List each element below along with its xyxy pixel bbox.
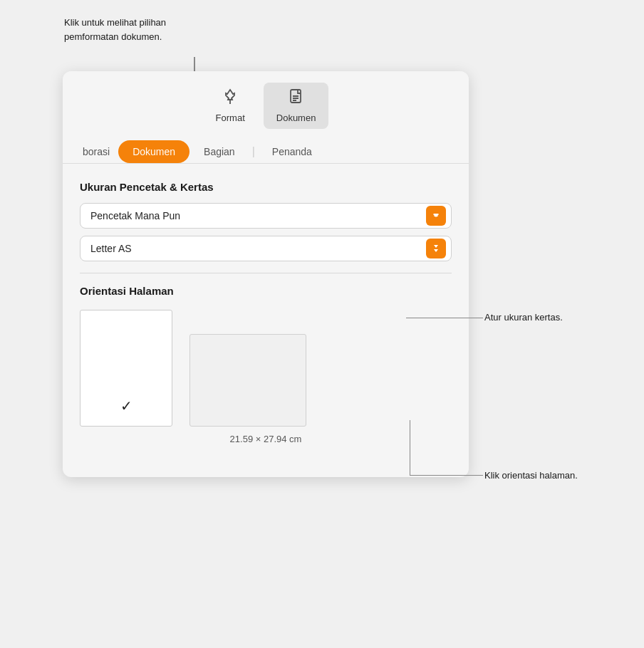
format-label: Format bbox=[216, 113, 245, 123]
paper-select[interactable]: Letter AS bbox=[80, 236, 452, 261]
format-button[interactable]: Format bbox=[203, 83, 258, 129]
tab-bagian[interactable]: Bagian bbox=[189, 140, 249, 163]
portrait-page: ✓ bbox=[80, 310, 172, 427]
document-panel: Format Dokumen borasi Dokumen Bagian | P… bbox=[63, 71, 469, 477]
orientation-callout-line-h bbox=[410, 475, 483, 476]
landscape-option[interactable] bbox=[189, 334, 306, 427]
dokumen-icon bbox=[288, 88, 305, 110]
partial-tab-label: borasi bbox=[74, 140, 118, 163]
paper-size-callout: Atur ukuran kertas. bbox=[484, 312, 563, 323]
dokumen-label: Dokumen bbox=[276, 113, 316, 123]
printer-select[interactable]: Pencetak Mana Pun bbox=[80, 203, 452, 229]
printer-paper-section: Ukuran Pencetak & Kertas Pencetak Mana P… bbox=[80, 181, 452, 261]
printer-paper-title: Ukuran Pencetak & Kertas bbox=[80, 181, 452, 193]
tab-divider: | bbox=[252, 145, 255, 158]
orientation-options: ✓ bbox=[80, 310, 452, 427]
orientation-title: Orientasi Halaman bbox=[80, 285, 452, 297]
panel-body: Ukuran Pencetak & Kertas Pencetak Mana P… bbox=[63, 164, 469, 456]
paper-size-callout-line bbox=[406, 318, 483, 318]
landscape-page bbox=[189, 334, 306, 427]
paper-dropdown-row: Letter AS bbox=[80, 236, 452, 261]
tabs-row: borasi Dokumen Bagian | Penanda bbox=[63, 136, 469, 164]
dokumen-button[interactable]: Dokumen bbox=[264, 83, 329, 129]
portrait-option[interactable]: ✓ bbox=[80, 310, 172, 427]
printer-dropdown-row: Pencetak Mana Pun bbox=[80, 203, 452, 229]
format-icon bbox=[222, 88, 239, 110]
orientation-section: Orientasi Halaman ✓ 21.59 × 27.94 cm bbox=[80, 285, 452, 444]
page-size-label: 21.59 × 27.94 cm bbox=[80, 434, 452, 444]
tab-penanda[interactable]: Penanda bbox=[258, 140, 326, 163]
panel-toolbar: Format Dokumen bbox=[63, 71, 469, 136]
portrait-checkmark: ✓ bbox=[120, 397, 133, 414]
tab-dokumen[interactable]: Dokumen bbox=[118, 140, 189, 163]
orientation-callout: Klik orientasi halaman. bbox=[484, 470, 578, 481]
section-divider bbox=[80, 273, 452, 273]
orientation-callout-line-v bbox=[410, 420, 410, 476]
tooltip-format: Klik untuk melihat pilihan pemformatan d… bbox=[64, 16, 166, 43]
